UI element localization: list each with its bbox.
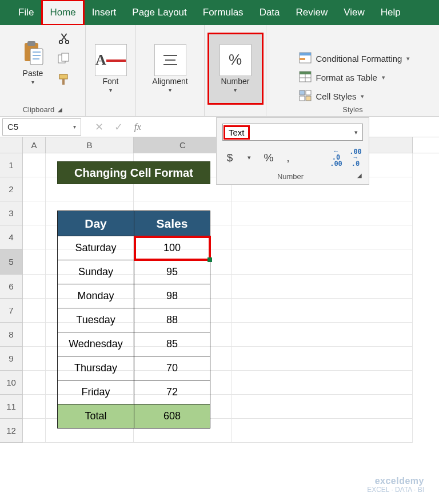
percent-format-button[interactable]: % xyxy=(262,152,275,164)
number-button[interactable]: % Number ▾ xyxy=(209,34,262,103)
cell[interactable] xyxy=(232,299,413,323)
cell-sales[interactable]: 72 xyxy=(134,380,210,404)
font-label: Font xyxy=(102,77,118,86)
cell[interactable] xyxy=(232,275,413,299)
cell-sales[interactable]: 70 xyxy=(134,356,210,380)
cell[interactable] xyxy=(23,371,46,395)
title-banner: Changing Cell Format xyxy=(57,161,210,184)
row-header[interactable]: 6 xyxy=(0,275,23,299)
cell-sales[interactable]: 88 xyxy=(134,308,210,332)
svg-rect-25 xyxy=(306,96,311,101)
conditional-formatting-button[interactable]: Conditional Formatting ▾ xyxy=(299,52,410,65)
cell-styles-label: Cell Styles xyxy=(316,92,357,101)
row-header[interactable]: 2 xyxy=(0,177,23,201)
cell[interactable] xyxy=(23,201,46,225)
selected-cell[interactable]: 100 xyxy=(134,236,210,260)
cell-day[interactable]: Monday xyxy=(58,284,134,308)
cell[interactable] xyxy=(23,347,46,371)
cell[interactable] xyxy=(23,177,46,201)
chevron-down-icon: ▾ xyxy=(382,74,385,81)
header-sales[interactable]: Sales xyxy=(134,211,210,236)
cell[interactable] xyxy=(23,275,46,299)
cell[interactable] xyxy=(23,419,46,443)
select-all-button[interactable] xyxy=(0,137,23,153)
cell[interactable] xyxy=(232,225,413,249)
row-header[interactable]: 1 xyxy=(0,153,23,177)
row-header[interactable]: 7 xyxy=(0,299,23,323)
tab-review[interactable]: Review xyxy=(288,0,336,25)
name-box[interactable]: C5 ▾ xyxy=(2,118,81,136)
number-format-popout: Text ▾ $ ▾ % , ←.0.00 .00→.0 Number ◢ xyxy=(216,117,369,185)
paste-button[interactable]: Paste ▾ xyxy=(14,29,52,97)
watermark-brand: exceldemy xyxy=(367,476,424,486)
comma-format-button[interactable]: , xyxy=(282,152,294,164)
cell-day[interactable]: Thursday xyxy=(58,356,134,380)
cut-button[interactable] xyxy=(57,32,71,47)
cell-styles-button[interactable]: Cell Styles ▾ xyxy=(299,90,365,103)
col-header-B[interactable]: B xyxy=(46,137,134,153)
cell[interactable] xyxy=(23,395,46,419)
number-dialog-launcher[interactable]: ◢ xyxy=(357,172,362,181)
row-header[interactable]: 10 xyxy=(0,371,23,395)
cell[interactable] xyxy=(232,395,413,419)
enter-entry-button[interactable]: ✓ xyxy=(109,121,128,133)
cell-sales[interactable]: 95 xyxy=(134,260,210,284)
cell[interactable] xyxy=(232,419,413,443)
row-header[interactable]: 5 xyxy=(0,249,23,275)
col-header-A[interactable]: A xyxy=(23,137,46,153)
cell[interactable] xyxy=(232,201,413,225)
cell-day[interactable]: Friday xyxy=(58,380,134,404)
decrease-decimal-button[interactable]: .00→.0 xyxy=(349,149,362,166)
cell-sales[interactable]: 85 xyxy=(134,332,210,356)
cell-day[interactable]: Saturday xyxy=(58,236,134,260)
cell[interactable] xyxy=(232,249,413,275)
cell[interactable] xyxy=(23,153,46,177)
cell[interactable] xyxy=(232,347,413,371)
number-format-select[interactable]: Text ▾ xyxy=(222,124,363,141)
accounting-format-button[interactable]: $ xyxy=(224,152,236,164)
tab-insert[interactable]: Insert xyxy=(84,0,125,25)
row-header[interactable]: 9 xyxy=(0,347,23,371)
tab-help[interactable]: Help xyxy=(373,0,409,25)
group-styles: Conditional Formatting ▾ Format as Table… xyxy=(266,25,439,116)
chevron-down-icon: ▾ xyxy=(406,55,410,62)
cell[interactable] xyxy=(232,323,413,347)
cell[interactable] xyxy=(23,323,46,347)
cell-sales[interactable]: 98 xyxy=(134,284,210,308)
cell[interactable] xyxy=(23,225,46,249)
format-painter-button[interactable] xyxy=(57,73,71,88)
row-header[interactable]: 4 xyxy=(0,225,23,249)
row-header[interactable]: 12 xyxy=(0,419,23,443)
cell-day[interactable]: Sunday xyxy=(58,260,134,284)
alignment-button[interactable]: Alignment ▾ xyxy=(142,34,199,103)
cell-styles-icon xyxy=(299,90,312,103)
cell-day[interactable]: Tuesday xyxy=(58,308,134,332)
cell-total-label[interactable]: Total xyxy=(58,404,134,428)
row-header[interactable]: 3 xyxy=(0,201,23,225)
header-day[interactable]: Day xyxy=(58,211,134,236)
tab-data[interactable]: Data xyxy=(252,0,288,25)
clipboard-dialog-launcher[interactable]: ◢ xyxy=(58,106,62,113)
increase-decimal-button[interactable]: ←.0.00 xyxy=(330,149,342,166)
cell[interactable] xyxy=(23,249,46,275)
watermark: exceldemy EXCEL · DATA · BI xyxy=(367,476,424,494)
cell[interactable] xyxy=(232,371,413,395)
font-button[interactable]: A Font ▾ xyxy=(90,34,131,103)
tab-file[interactable]: File xyxy=(10,0,42,25)
row-header[interactable]: 8 xyxy=(0,323,23,347)
clipboard-side-buttons xyxy=(57,29,71,88)
tab-home[interactable]: Home xyxy=(42,0,83,25)
format-as-table-button[interactable]: Format as Table ▾ xyxy=(299,71,385,84)
cancel-entry-button[interactable]: ✕ xyxy=(89,121,109,133)
cell[interactable] xyxy=(23,299,46,323)
group-alignment: Alignment ▾ xyxy=(136,25,205,116)
copy-button[interactable] xyxy=(57,53,71,68)
row-header[interactable]: 11 xyxy=(0,395,23,419)
tab-formulas[interactable]: Formulas xyxy=(195,0,252,25)
tab-page-layout[interactable]: Page Layout xyxy=(124,0,194,25)
insert-function-button[interactable]: fx xyxy=(128,121,147,133)
cell-day[interactable]: Wednesday xyxy=(58,332,134,356)
cell-total-value[interactable]: 608 xyxy=(134,404,210,428)
tab-view[interactable]: View xyxy=(336,0,373,25)
chevron-down-icon[interactable]: ▾ xyxy=(243,154,256,161)
